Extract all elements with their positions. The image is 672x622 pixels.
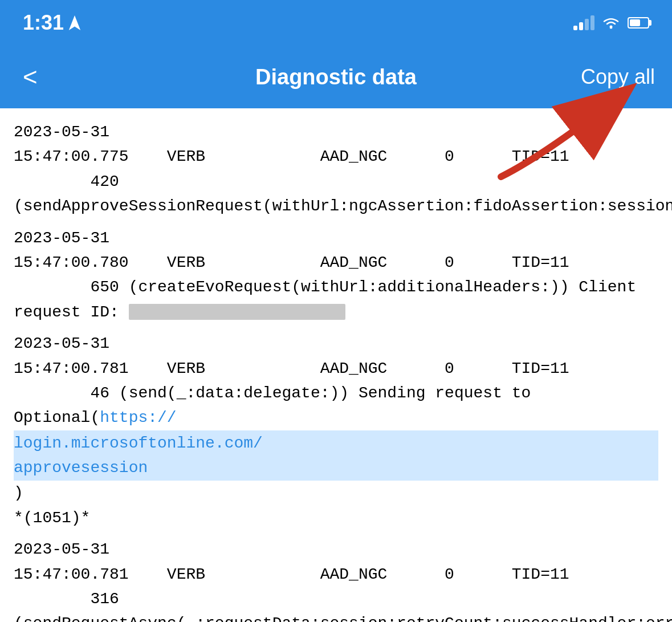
log-entry-4: 2023-05-31 15:47:00.781 VERB AAD_NGC 0 T… bbox=[14, 537, 658, 622]
link-1[interactable]: https:// login.microsoftonline.com/ /oau… bbox=[14, 409, 658, 481]
svg-point-0 bbox=[610, 26, 613, 29]
back-button[interactable]: < bbox=[17, 59, 43, 95]
log-content: 2023-05-31 15:47:00.775 VERB AAD_NGC 0 T… bbox=[0, 108, 672, 622]
status-time: 1:31 bbox=[23, 11, 81, 35]
status-bar: 1:31 bbox=[0, 0, 672, 46]
log-entry-2: 2023-05-31 15:47:00.780 VERB AAD_NGC 0 T… bbox=[14, 226, 658, 325]
battery-icon bbox=[628, 17, 649, 29]
redacted-value bbox=[129, 304, 345, 320]
battery-fill bbox=[630, 19, 640, 26]
log-header-3: 2023-05-31 15:47:00.781 VERB AAD_NGC 0 T… bbox=[14, 331, 658, 381]
time-display: 1:31 bbox=[23, 11, 64, 35]
wifi-icon bbox=[602, 17, 620, 29]
signal-bar-1 bbox=[573, 26, 577, 30]
log-entry-3: 2023-05-31 15:47:00.781 VERB AAD_NGC 0 T… bbox=[14, 331, 658, 530]
arrow-annotation bbox=[433, 80, 672, 182]
status-icons bbox=[573, 15, 649, 30]
signal-bars bbox=[573, 15, 594, 30]
signal-bar-4 bbox=[590, 15, 594, 30]
page-title: Diagnostic data bbox=[255, 65, 417, 90]
signal-bar-3 bbox=[585, 19, 589, 30]
signal-bar-2 bbox=[579, 22, 583, 30]
log-body-2: 650 (createEvoRequest(withUrl:additional… bbox=[14, 275, 658, 324]
log-header-4: 2023-05-31 15:47:00.781 VERB AAD_NGC 0 T… bbox=[14, 537, 658, 587]
location-icon bbox=[68, 15, 81, 30]
nav-bar: < Diagnostic data Copy all bbox=[0, 46, 672, 108]
log-body-4: 316 (sendRequestAsync(_:requestData:sess… bbox=[14, 587, 658, 622]
log-body-3: 46 (send(_:data:delegate:)) Sending requ… bbox=[14, 381, 658, 530]
log-header-2: 2023-05-31 15:47:00.780 VERB AAD_NGC 0 T… bbox=[14, 226, 658, 275]
